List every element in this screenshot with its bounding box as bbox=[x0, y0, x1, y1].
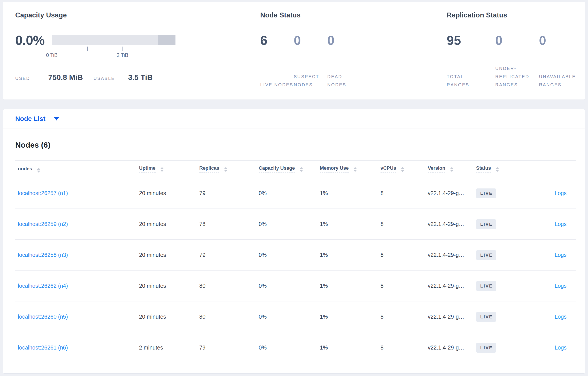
column-header-vcpus[interactable]: vCPUs bbox=[380, 161, 428, 178]
sort-icon[interactable] bbox=[160, 167, 164, 172]
memory-use-cell: 1% bbox=[320, 302, 380, 332]
node-status-card: Node Status 6 LIVE NODES 0 SUSPECT NODES… bbox=[260, 11, 447, 100]
unavailable-ranges-label: UNAVAILABLE RANGES bbox=[539, 73, 588, 89]
replicas-cell: 79 bbox=[199, 178, 259, 209]
axis-tick bbox=[158, 47, 158, 51]
replication-status-card: Replication Status 95 TOTAL RANGES 0 UND… bbox=[447, 11, 588, 100]
replicas-cell: 80 bbox=[199, 302, 259, 332]
capacity-usage-title: Capacity Usage bbox=[15, 11, 260, 19]
logs-link[interactable]: Logs bbox=[555, 221, 567, 227]
usable-value: 3.5 TiB bbox=[128, 73, 153, 82]
memory-use-cell: 1% bbox=[320, 240, 380, 271]
capacity-bar: 0 TiB 2 TiB bbox=[52, 35, 176, 59]
table-row: localhost:26261 (n6) 2 minutes 79 0% 1% … bbox=[15, 332, 576, 363]
table-row: localhost:26257 (n1) 20 minutes 79 0% 1%… bbox=[15, 178, 576, 209]
uptime-cell: 20 minutes bbox=[139, 271, 199, 302]
replicas-cell: 79 bbox=[199, 332, 259, 363]
capacity-usage-cell: 0% bbox=[259, 302, 320, 332]
capacity-usage-cell: 0% bbox=[259, 240, 320, 271]
table-row: localhost:26262 (n4) 20 minutes 80 0% 1%… bbox=[15, 271, 576, 302]
live-nodes-value: 6 bbox=[260, 34, 294, 47]
sort-icon[interactable] bbox=[224, 167, 228, 172]
live-nodes-metric: 6 LIVE NODES bbox=[260, 34, 294, 89]
sort-icon[interactable] bbox=[300, 167, 303, 172]
total-ranges-metric: 95 TOTAL RANGES bbox=[447, 34, 495, 89]
dead-nodes-label: DEAD NODES bbox=[327, 73, 361, 89]
sort-icon[interactable] bbox=[353, 167, 357, 172]
column-header-replicas[interactable]: Replicas bbox=[199, 161, 259, 178]
version-cell: v22.1.4-29-g… bbox=[428, 240, 476, 271]
used-value: 750.8 MiB bbox=[48, 73, 83, 82]
caret-down-icon[interactable] bbox=[54, 117, 59, 120]
uptime-cell: 20 minutes bbox=[139, 209, 199, 240]
node-link[interactable]: localhost:26262 (n4) bbox=[18, 283, 68, 289]
view-selector-bar: Node List bbox=[3, 109, 585, 128]
column-header-capacity-usage[interactable]: Capacity Usage bbox=[259, 161, 320, 178]
node-list-dropdown-label[interactable]: Node List bbox=[15, 115, 45, 123]
status-badge: LIVE bbox=[476, 312, 496, 322]
logs-link[interactable]: Logs bbox=[555, 345, 567, 351]
nodes-table: nodes Uptime Replicas Capacity Usage Mem… bbox=[15, 160, 576, 363]
status-badge: LIVE bbox=[476, 281, 496, 291]
sort-icon[interactable] bbox=[450, 167, 454, 172]
column-header-logs bbox=[531, 161, 576, 178]
logs-link[interactable]: Logs bbox=[555, 283, 567, 289]
axis-tick bbox=[52, 47, 52, 51]
vcpus-cell: 8 bbox=[380, 302, 428, 332]
node-link[interactable]: localhost:26259 (n2) bbox=[18, 221, 68, 227]
column-header-status[interactable]: Status bbox=[476, 161, 531, 178]
column-header-version[interactable]: Version bbox=[428, 161, 476, 178]
node-link[interactable]: localhost:26257 (n1) bbox=[18, 190, 68, 196]
column-header-nodes[interactable]: nodes bbox=[15, 161, 139, 178]
memory-use-cell: 1% bbox=[320, 209, 380, 240]
capacity-bar-reserved-segment bbox=[158, 35, 176, 45]
node-link[interactable]: localhost:26261 (n6) bbox=[18, 345, 68, 351]
total-ranges-value: 95 bbox=[447, 34, 495, 47]
vcpus-cell: 8 bbox=[380, 240, 428, 271]
unavailable-ranges-metric: 0 UNAVAILABLE RANGES bbox=[539, 34, 588, 89]
under-replicated-ranges-metric: 0 UNDER-REPLICATED RANGES bbox=[495, 34, 539, 89]
table-row: localhost:26259 (n2) 20 minutes 78 0% 1%… bbox=[15, 209, 576, 240]
memory-use-cell: 1% bbox=[320, 178, 380, 209]
vcpus-cell: 8 bbox=[380, 332, 428, 363]
version-cell: v22.1.4-29-g… bbox=[428, 302, 476, 332]
vcpus-cell: 8 bbox=[380, 209, 428, 240]
node-status-title: Node Status bbox=[260, 11, 447, 19]
memory-use-cell: 1% bbox=[320, 332, 380, 363]
sort-icon[interactable] bbox=[401, 167, 404, 172]
vcpus-cell: 8 bbox=[380, 271, 428, 302]
total-ranges-label: TOTAL RANGES bbox=[447, 73, 475, 89]
node-list-dropdown[interactable]: Node List bbox=[15, 115, 59, 123]
uptime-cell: 20 minutes bbox=[139, 178, 199, 209]
status-badge: LIVE bbox=[476, 250, 496, 260]
node-link[interactable]: localhost:26258 (n3) bbox=[18, 252, 68, 258]
under-replicated-ranges-value: 0 bbox=[495, 34, 539, 47]
axis-tick bbox=[87, 47, 88, 51]
logs-link[interactable]: Logs bbox=[555, 190, 567, 196]
unavailable-ranges-value: 0 bbox=[539, 34, 588, 47]
uptime-cell: 2 minutes bbox=[139, 332, 199, 363]
suspect-nodes-metric: 0 SUSPECT NODES bbox=[294, 34, 327, 89]
table-header-row: nodes Uptime Replicas Capacity Usage Mem… bbox=[15, 161, 576, 178]
status-badge: LIVE bbox=[476, 219, 496, 229]
logs-link[interactable]: Logs bbox=[555, 252, 567, 258]
axis-tick-label: 0 TiB bbox=[46, 52, 58, 58]
table-row: localhost:26258 (n3) 20 minutes 79 0% 1%… bbox=[15, 240, 576, 271]
sort-icon[interactable] bbox=[495, 167, 499, 172]
nodes-heading: Nodes (6) bbox=[3, 141, 585, 149]
sort-icon[interactable] bbox=[37, 168, 40, 173]
table-row: localhost:26260 (n5) 20 minutes 80 0% 1%… bbox=[15, 302, 576, 332]
cluster-summary-panel: Capacity Usage 0.0% 0 TiB 2 bbox=[3, 2, 585, 100]
logs-link[interactable]: Logs bbox=[555, 313, 567, 320]
uptime-cell: 20 minutes bbox=[139, 240, 199, 271]
axis-tick bbox=[123, 47, 123, 51]
live-nodes-label: LIVE NODES bbox=[260, 81, 294, 89]
version-cell: v22.1.4-29-g… bbox=[428, 209, 476, 240]
column-header-memory-use[interactable]: Memory Use bbox=[320, 161, 380, 178]
uptime-cell: 20 minutes bbox=[139, 302, 199, 332]
used-label: USED bbox=[15, 76, 30, 81]
replicas-cell: 78 bbox=[199, 209, 259, 240]
node-link[interactable]: localhost:26260 (n5) bbox=[18, 313, 68, 320]
vcpus-cell: 8 bbox=[380, 178, 428, 209]
column-header-uptime[interactable]: Uptime bbox=[139, 161, 199, 178]
